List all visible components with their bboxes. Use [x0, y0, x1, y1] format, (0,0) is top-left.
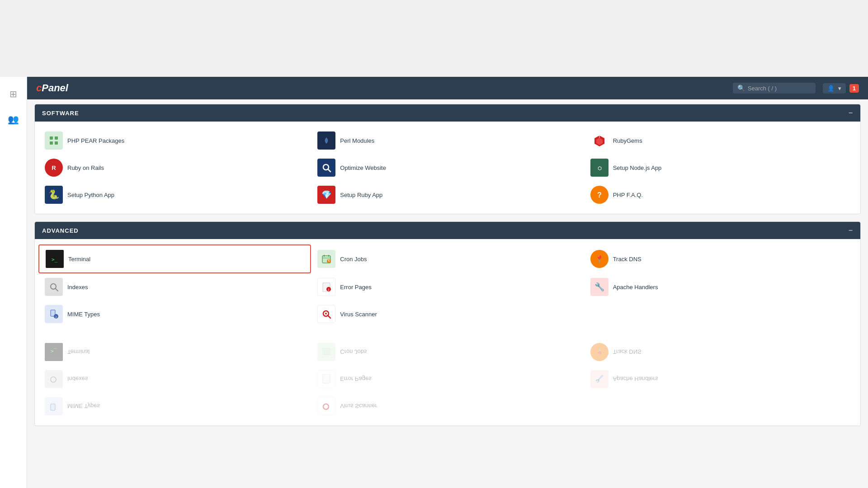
advanced-section-header: ADVANCED − [35, 222, 860, 239]
ghost-dns-label: Track DNS [613, 349, 642, 356]
software-section-title: SOFTWARE [42, 110, 79, 117]
cron-jobs-item[interactable]: Cron Jobs [311, 244, 584, 273]
svg-text:R: R [52, 164, 56, 171]
ghost-error-label: Error Pages [340, 376, 371, 383]
advanced-section: ADVANCED − >_ Terminal [34, 221, 861, 426]
software-section: SOFTWARE − PHP PEAR Packages Perl Module… [34, 104, 861, 214]
user-menu-button[interactable]: 👤 ▾ [823, 83, 846, 94]
svg-text:⬡: ⬡ [597, 166, 601, 171]
svg-rect-46 [322, 348, 330, 355]
ghost-apache-icon: 🔧 [590, 370, 609, 388]
ghost-mime-label: MIME Types [67, 403, 100, 410]
ghost-cron-label: Cron Jobs [340, 349, 367, 356]
svg-line-38 [328, 315, 330, 318]
php-faq-item[interactable]: ? PHP F.A.Q. [584, 181, 857, 208]
cron-jobs-icon [317, 250, 335, 268]
svg-text:🔧: 🔧 [594, 282, 604, 292]
track-dns-icon: 📍 [590, 250, 609, 268]
ghost-indexes-label: Indexes [67, 376, 88, 383]
ghost-virus-label: Virus Scanner [340, 403, 377, 410]
ghost-empty-item [584, 393, 857, 420]
ruby-rails-item[interactable]: R Ruby on Rails [38, 154, 311, 181]
ruby-app-label: Setup Ruby App [340, 192, 382, 198]
terminal-item[interactable]: >_ Terminal [38, 244, 311, 273]
software-grid: PHP PEAR Packages Perl Modules R [35, 122, 860, 214]
advanced-grid: >_ Terminal Cron Jobs [35, 239, 860, 333]
ghost-apache-label: Apache Handlers [613, 376, 658, 383]
track-dns-item[interactable]: 📍 Track DNS [584, 244, 857, 273]
error-pages-icon: ! [317, 278, 335, 296]
svg-text:?: ? [597, 191, 602, 199]
notification-badge[interactable]: 1 [849, 84, 859, 93]
svg-text:>_: >_ [52, 257, 58, 263]
optimize-icon [317, 159, 335, 177]
nodejs-label: Setup Node.js App [613, 164, 662, 171]
ghost-terminal-item: >_ Terminal [38, 338, 311, 366]
setup-nodejs-item[interactable]: ⬡ Setup Node.js App [584, 154, 857, 181]
user-icon: 👤 [827, 85, 835, 92]
svg-text:📍: 📍 [595, 347, 604, 355]
indexes-item[interactable]: Indexes [38, 273, 311, 300]
error-pages-item[interactable]: ! Error Pages [311, 273, 584, 300]
left-sidebar: ⊞ 👥 [0, 77, 27, 488]
php-faq-label: PHP F.A.Q. [613, 192, 643, 198]
svg-line-28 [56, 289, 58, 291]
ghost-apache-item: 🔧 Apache Handlers [584, 366, 857, 393]
svg-rect-3 [55, 141, 58, 145]
advanced-ghost-grid: MIME Types Virus Scanner Indexes Error [35, 333, 860, 426]
advanced-minimize-button[interactable]: − [849, 226, 853, 235]
terminal-icon: >_ [46, 250, 64, 268]
svg-text:!: ! [328, 288, 330, 292]
navbar: cPanel 🔍 👤 ▾ 1 [27, 77, 868, 99]
php-pear-item[interactable]: PHP PEAR Packages [38, 127, 311, 154]
ghost-cron-icon [317, 343, 335, 361]
software-minimize-button[interactable]: − [849, 109, 853, 117]
ruby-rails-label: Ruby on Rails [67, 164, 104, 171]
mime-icon: ♪ [45, 305, 63, 323]
svg-point-37 [325, 313, 327, 314]
optimize-label: Optimize Website [340, 164, 386, 171]
brand-logo[interactable]: cPanel [36, 82, 68, 94]
main-content: SOFTWARE − PHP PEAR Packages Perl Module… [27, 99, 868, 488]
setup-python-item[interactable]: 🐍 Setup Python App [38, 181, 311, 208]
ghost-virus-icon [317, 397, 335, 415]
rubygems-item[interactable]: RubyGems [584, 127, 857, 154]
search-input[interactable] [748, 85, 811, 92]
svg-text:🐍: 🐍 [49, 190, 59, 200]
php-faq-icon: ? [590, 186, 609, 204]
ghost-mime-item: MIME Types [38, 393, 311, 420]
svg-rect-1 [55, 136, 58, 140]
ghost-error-item: Error Pages [311, 366, 584, 393]
ghost-cron-item: Cron Jobs [311, 338, 584, 366]
error-pages-label: Error Pages [340, 284, 371, 291]
svg-text:♪: ♪ [55, 314, 57, 319]
mime-types-item[interactable]: ♪ MIME Types [38, 300, 311, 328]
svg-rect-2 [50, 141, 53, 145]
sidebar-grid-icon[interactable]: ⊞ [5, 86, 22, 102]
perl-modules-label: Perl Modules [340, 137, 374, 144]
ghost-indexes-icon [45, 370, 63, 388]
rubygems-icon [590, 131, 609, 150]
ghost-indexes-item: Indexes [38, 366, 311, 393]
php-pear-label: PHP PEAR Packages [67, 137, 124, 144]
ghost-error-icon [317, 370, 335, 388]
perl-modules-icon [317, 131, 335, 150]
apache-icon: 🔧 [590, 278, 609, 296]
svg-rect-42 [323, 374, 330, 383]
sidebar-users-icon[interactable]: 👥 [5, 111, 22, 127]
setup-ruby-item[interactable]: 💎 Setup Ruby App [311, 181, 584, 208]
ghost-dns-icon: 📍 [590, 343, 609, 361]
mime-label: MIME Types [67, 311, 100, 318]
apache-handlers-item[interactable]: 🔧 Apache Handlers [584, 273, 857, 300]
nodejs-icon: ⬡ [590, 159, 609, 177]
optimize-website-item[interactable]: Optimize Website [311, 154, 584, 181]
svg-rect-39 [51, 404, 55, 410]
perl-modules-item[interactable]: Perl Modules [311, 127, 584, 154]
python-icon: 🐍 [45, 186, 63, 204]
ruby-rails-icon: R [45, 159, 63, 177]
svg-rect-0 [50, 136, 53, 140]
cron-jobs-label: Cron Jobs [340, 256, 367, 263]
dropdown-arrow-icon: ▾ [838, 85, 841, 92]
virus-scanner-item[interactable]: Virus Scanner [311, 300, 584, 328]
ruby-app-icon: 💎 [317, 186, 335, 204]
